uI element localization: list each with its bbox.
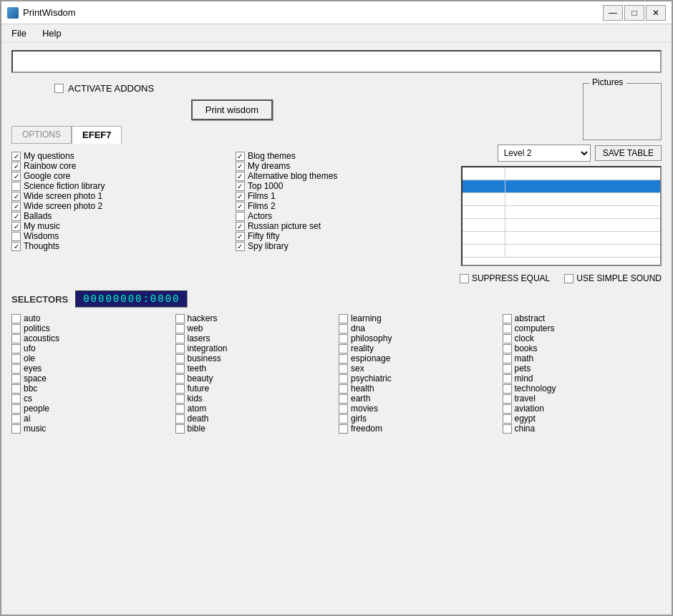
sel-business-checkbox[interactable]: [175, 354, 185, 363]
use-simple-sound-checkbox[interactable]: [564, 274, 573, 283]
table-cell-small: [463, 232, 505, 244]
level-select[interactable]: Level 1 Level 2 Level 3 Level 4: [498, 145, 591, 162]
close-button[interactable]: ✕: [646, 5, 666, 21]
sel-politics-checkbox[interactable]: [11, 324, 21, 333]
print-row: Print wisdom: [11, 99, 452, 120]
menu-help[interactable]: Help: [38, 26, 66, 40]
sel-travel-checkbox[interactable]: [503, 394, 512, 404]
cb-top-1000-box[interactable]: [236, 182, 245, 191]
sel-clock-checkbox[interactable]: [503, 334, 512, 343]
cb-ballads-box[interactable]: [11, 212, 21, 221]
cb-films-2-box[interactable]: [236, 202, 245, 211]
save-table-button[interactable]: SAVE TABLE: [595, 145, 662, 161]
sel-mind-checkbox[interactable]: [503, 374, 512, 383]
sel-dna-checkbox[interactable]: [339, 324, 348, 333]
sel-computers-checkbox[interactable]: [503, 324, 512, 333]
sel-books-checkbox[interactable]: [503, 344, 512, 353]
sel-freedom-checkbox[interactable]: [339, 424, 348, 434]
table-row[interactable]: [463, 206, 660, 219]
menu-file[interactable]: File: [7, 26, 31, 40]
maximize-button[interactable]: □: [624, 5, 644, 21]
table-row[interactable]: [463, 180, 660, 193]
cb-fifty-fifty-box[interactable]: [236, 232, 245, 241]
sel-web: web: [175, 323, 335, 333]
cb-my-dreams-box[interactable]: [236, 162, 245, 171]
table-row[interactable]: [463, 232, 660, 245]
sel-health-checkbox[interactable]: [339, 384, 348, 393]
cb-blog-themes-box[interactable]: [236, 152, 245, 161]
sel-lasers-checkbox[interactable]: [175, 334, 185, 343]
sel-future-checkbox[interactable]: [175, 384, 185, 393]
cb-rainbow-core-box[interactable]: [11, 162, 21, 171]
cb-wide-screen-2-box[interactable]: [11, 202, 21, 211]
tab-options[interactable]: OPTIONS: [11, 126, 72, 144]
sel-egypt-checkbox[interactable]: [503, 414, 512, 424]
sel-ole-checkbox[interactable]: [11, 354, 21, 363]
cb-science-fiction-box[interactable]: [11, 182, 21, 191]
sel-kids-checkbox[interactable]: [175, 394, 185, 404]
activate-addons-checkbox[interactable]: [54, 84, 64, 93]
sel-web-checkbox[interactable]: [175, 324, 185, 333]
sel-reality-checkbox[interactable]: [339, 344, 348, 353]
sel-hackers-checkbox[interactable]: [175, 314, 185, 323]
sel-pets-checkbox[interactable]: [503, 364, 512, 373]
sel-death: death: [175, 414, 335, 424]
sel-teeth-checkbox[interactable]: [175, 364, 185, 373]
table-row[interactable]: [463, 219, 660, 232]
sel-death-checkbox[interactable]: [175, 414, 185, 424]
suppress-equal-checkbox[interactable]: [460, 274, 469, 283]
sel-acoustics-checkbox[interactable]: [11, 334, 21, 343]
sel-math-checkbox[interactable]: [503, 354, 512, 363]
cb-thoughts-box[interactable]: [11, 242, 21, 251]
sel-integration: integration: [175, 343, 335, 353]
cb-wisdoms-box[interactable]: [11, 232, 21, 241]
sel-espionage-checkbox[interactable]: [339, 354, 348, 363]
sel-movies-checkbox[interactable]: [339, 404, 348, 414]
sel-bbc-checkbox[interactable]: [11, 384, 21, 393]
sel-people-checkbox[interactable]: [11, 404, 21, 414]
sel-atom-checkbox[interactable]: [175, 404, 185, 414]
sel-girls-checkbox[interactable]: [339, 414, 348, 424]
sel-eyes-checkbox[interactable]: [11, 364, 21, 373]
sel-aviation-checkbox[interactable]: [503, 404, 512, 414]
sel-china-checkbox[interactable]: [503, 424, 512, 434]
sel-ufo-checkbox[interactable]: [11, 344, 21, 353]
sel-technology-checkbox[interactable]: [503, 384, 512, 393]
cb-films-1-box[interactable]: [236, 192, 245, 201]
sel-space-checkbox[interactable]: [11, 374, 21, 383]
cb-google-core-box[interactable]: [11, 172, 21, 181]
print-wisdom-button[interactable]: Print wisdom: [191, 99, 273, 120]
sel-earth-checkbox[interactable]: [339, 394, 348, 404]
sel-integration-checkbox[interactable]: [175, 344, 185, 353]
sel-psychiatric-checkbox[interactable]: [339, 374, 348, 383]
cb-wide-screen-1-box[interactable]: [11, 192, 21, 201]
sel-cs-checkbox[interactable]: [11, 394, 21, 404]
use-simple-sound-row: USE SIMPLE SOUND: [564, 273, 662, 283]
sel-abstract-checkbox[interactable]: [503, 314, 512, 323]
table-row[interactable]: [463, 245, 660, 258]
window-title: PrintWisdom: [23, 7, 76, 18]
sel-learning-checkbox[interactable]: [339, 314, 348, 323]
sel-sex-checkbox[interactable]: [339, 364, 348, 373]
table-row[interactable]: [463, 167, 660, 180]
minimize-button[interactable]: —: [603, 5, 623, 21]
sel-auto-checkbox[interactable]: [11, 314, 21, 323]
cb-actors-box[interactable]: [236, 212, 245, 221]
sel-beauty-checkbox[interactable]: [175, 374, 185, 383]
sel-philosophy-checkbox[interactable]: [339, 334, 348, 343]
tab-efef7[interactable]: EFEF7: [72, 126, 122, 144]
cb-spy-library-box[interactable]: [236, 242, 245, 251]
cb-my-music-box[interactable]: [11, 222, 21, 231]
sel-music-checkbox[interactable]: [11, 424, 21, 434]
cb-actors: Actors: [236, 211, 452, 221]
sel-ai-checkbox[interactable]: [11, 414, 21, 424]
main-window: PrintWisdom — □ ✕ File Help ACTIVATE ADD…: [0, 0, 673, 616]
cb-russian-picture-box[interactable]: [236, 222, 245, 231]
sel-clock: clock: [503, 333, 662, 343]
cb-alt-blog-themes-box[interactable]: [236, 172, 245, 181]
table-area[interactable]: [461, 166, 662, 266]
search-bar[interactable]: [11, 50, 662, 73]
cb-my-questions-box[interactable]: [11, 152, 21, 161]
table-row[interactable]: [463, 193, 660, 206]
sel-bible-checkbox[interactable]: [175, 424, 185, 434]
